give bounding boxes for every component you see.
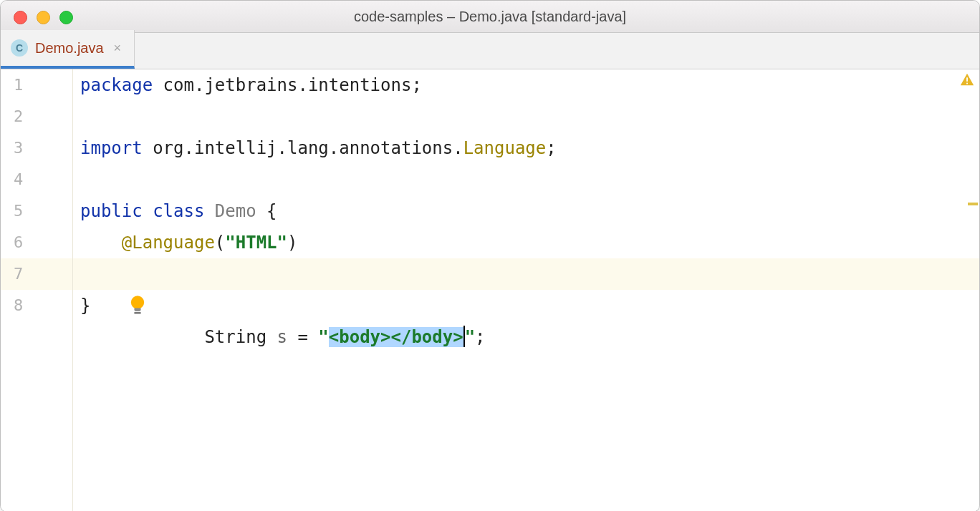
line-number: 5 <box>1 195 72 227</box>
line-number: 3 <box>1 132 72 164</box>
zoom-window-button[interactable] <box>59 11 73 24</box>
minimize-window-button[interactable] <box>37 11 50 24</box>
editor-tabbar: C Demo.java × <box>1 33 979 69</box>
brace-close: } <box>80 296 90 316</box>
line-number: 6 <box>1 227 72 258</box>
code-line[interactable]: package com.jetbrains.intentions; <box>73 69 979 101</box>
package-path: com.jetbrains.intentions <box>153 75 411 95</box>
semicolon: ; <box>411 75 421 95</box>
editor-tab-label: Demo.java <box>35 40 104 57</box>
editor-tab-demo-java[interactable]: C Demo.java × <box>1 30 135 69</box>
variable-name: s <box>277 327 287 347</box>
brace-open: { <box>256 201 277 221</box>
keyword-public: public <box>80 201 143 221</box>
class-name: Demo <box>215 201 256 221</box>
import-path: org.intellij.lang.annotations. <box>143 138 463 158</box>
line-number-gutter: 1 2 3 4 5 6 7 8 <box>1 69 73 511</box>
keyword-class: class <box>153 201 204 221</box>
text-cursor <box>463 326 465 347</box>
close-tab-icon[interactable]: × <box>114 41 122 56</box>
code-line[interactable]: import org.intellij.lang.annotations.Lan… <box>73 132 979 164</box>
editor-area: 1 2 3 4 5 6 7 8 package com.jetbrains.in… <box>1 69 979 511</box>
class-file-icon: C <box>11 39 28 57</box>
code-line[interactable] <box>73 101 979 132</box>
code-editor[interactable]: package com.jetbrains.intentions; import… <box>73 69 979 511</box>
line-number: 1 <box>1 69 72 101</box>
code-line-current[interactable]: String s = "<body></body>"; <box>73 258 979 290</box>
semicolon: ; <box>546 138 556 158</box>
code-line[interactable]: public class Demo { <box>73 195 979 227</box>
app-window: code-samples – Demo.java [standard-java]… <box>0 0 980 511</box>
keyword-import: import <box>80 138 143 158</box>
import-class: Language <box>463 138 547 158</box>
selected-text: <body></body> <box>329 327 463 347</box>
code-line[interactable] <box>73 164 979 195</box>
close-window-button[interactable] <box>14 11 27 24</box>
code-line[interactable]: } <box>73 290 979 321</box>
code-line[interactable]: @Language("HTML") <box>73 227 979 258</box>
intention-bulb-icon[interactable] <box>23 263 44 286</box>
annotation: @Language <box>122 233 215 253</box>
line-number: 2 <box>1 101 72 132</box>
traffic-lights <box>14 11 73 24</box>
window-title: code-samples – Demo.java [standard-java] <box>354 9 626 25</box>
keyword-package: package <box>80 75 153 95</box>
line-number: 4 <box>1 164 72 195</box>
type-string: String <box>204 327 277 347</box>
string-literal: "HTML" <box>225 233 287 253</box>
titlebar: code-samples – Demo.java [standard-java] <box>1 1 979 33</box>
